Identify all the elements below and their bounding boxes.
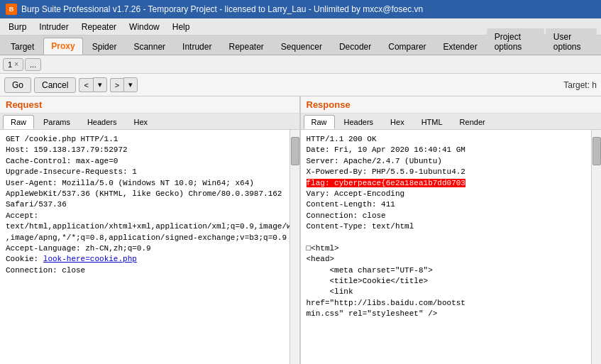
response-panel-title: Response [301, 96, 602, 114]
forward-nav-group: > ▾ [110, 77, 138, 92]
request-tab-params[interactable]: Params [35, 115, 78, 129]
tab-comparer[interactable]: Comparer [380, 38, 434, 55]
tab-proxy[interactable]: Proxy [43, 38, 82, 55]
tab-number-bar: 1 × ... [0, 55, 601, 74]
request-panel-title: Request [0, 96, 299, 114]
menu-help[interactable]: Help [167, 21, 196, 33]
tab-extender[interactable]: Extender [436, 38, 485, 55]
request-tab-headers[interactable]: Headers [79, 115, 125, 129]
response-tab-hex[interactable]: Hex [382, 115, 412, 129]
response-tab-raw[interactable]: Raw [304, 115, 335, 129]
tab-decoder[interactable]: Decoder [331, 38, 379, 55]
tab-sequencer[interactable]: Sequencer [273, 38, 330, 55]
toolbar: Go Cancel < ▾ > ▾ Target: h [0, 74, 601, 96]
request-panel: Request Raw Params Headers Hex GET /cook… [0, 96, 301, 364]
menu-repeater[interactable]: Repeater [76, 21, 122, 33]
tab-intruder[interactable]: Intruder [175, 38, 219, 55]
tab-spider[interactable]: Spider [84, 38, 125, 55]
response-sub-tabs: Raw Headers Hex HTML Render [301, 114, 602, 130]
toolbar-target: Target: h [563, 80, 597, 90]
response-panel: Response Raw Headers Hex HTML Render HTT… [301, 96, 602, 364]
tab-num-label: 1 [8, 60, 12, 69]
response-scrollbar-thumb[interactable] [592, 137, 601, 165]
response-text[interactable]: HTTP/1.1 200 OK Date: Fri, 10 Apr 2020 1… [301, 130, 592, 364]
request-text[interactable]: GET /cookie.php HTTP/1.1 Host: 159.138.1… [0, 130, 290, 364]
tab-repeater[interactable]: Repeater [221, 38, 271, 55]
request-sub-tabs: Raw Params Headers Hex [0, 114, 299, 130]
back-dropdown-button[interactable]: ▾ [93, 77, 107, 92]
app-icon: B [6, 4, 17, 15]
tab-target[interactable]: Target [3, 38, 42, 55]
tab-project-options[interactable]: Project options [487, 28, 544, 55]
tab-close-icon[interactable]: × [14, 60, 18, 68]
flag-highlight: flag: cyberpeace{6e2a18ea1b7dd0703 [307, 179, 465, 187]
main-tab-bar: Target Proxy Spider Scanner Intruder Rep… [0, 35, 601, 55]
menu-intruder[interactable]: Intruder [33, 21, 74, 33]
tab-scanner[interactable]: Scanner [126, 38, 173, 55]
window-title: Burp Suite Professional v1.7.26 - Tempor… [21, 4, 423, 14]
request-scrollbar-thumb[interactable] [291, 137, 299, 165]
request-content: GET /cookie.php HTTP/1.1 Host: 159.138.1… [0, 130, 299, 364]
forward-dropdown-button[interactable]: ▾ [123, 77, 138, 92]
tab-number-1[interactable]: 1 × [3, 58, 23, 71]
forward-button[interactable]: > [110, 78, 123, 92]
go-button[interactable]: Go [4, 77, 31, 93]
title-bar: B Burp Suite Professional v1.7.26 - Temp… [0, 0, 601, 18]
response-scrollbar[interactable] [591, 130, 601, 364]
request-tab-raw[interactable]: Raw [3, 115, 34, 129]
request-tab-hex[interactable]: Hex [126, 115, 156, 129]
cancel-button[interactable]: Cancel [34, 77, 76, 93]
content-area: Request Raw Params Headers Hex GET /cook… [0, 96, 601, 364]
cookie-link[interactable]: look-here=cookie.php [43, 255, 137, 263]
tab-dots-button[interactable]: ... [25, 58, 41, 71]
menu-burp[interactable]: Burp [3, 21, 32, 33]
back-nav-group: < ▾ [79, 77, 106, 92]
request-scrollbar[interactable] [290, 130, 299, 364]
response-tab-headers[interactable]: Headers [336, 115, 382, 129]
response-content: HTTP/1.1 200 OK Date: Fri, 10 Apr 2020 1… [301, 130, 602, 364]
response-tab-html[interactable]: HTML [414, 115, 451, 129]
menu-window[interactable]: Window [123, 21, 165, 33]
response-tab-render[interactable]: Render [452, 115, 493, 129]
tab-user-options[interactable]: User options [546, 28, 597, 55]
back-button[interactable]: < [79, 78, 92, 92]
